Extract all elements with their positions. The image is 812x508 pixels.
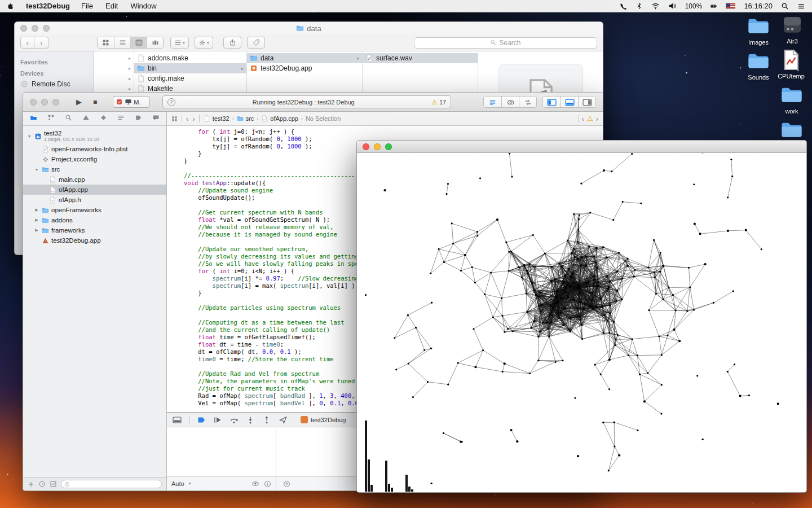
project-navigator[interactable]: ▼test321 target, OS X SDK 10.10openFrame… bbox=[23, 126, 166, 477]
forward-button[interactable]: › bbox=[34, 37, 48, 49]
zoom-button[interactable] bbox=[385, 143, 392, 150]
spotlight-icon[interactable] bbox=[781, 2, 789, 10]
input-flag-icon[interactable] bbox=[726, 3, 735, 9]
disclosure-triangle[interactable]: ▶ bbox=[34, 218, 39, 222]
related-items-icon[interactable] bbox=[171, 116, 178, 122]
navigator-item-openframeworks-info-plist[interactable]: openFrameworks-Info.plist bbox=[23, 144, 166, 154]
action-button[interactable]: ▾ bbox=[195, 37, 213, 49]
desktop-icon-sounds[interactable]: Sounds bbox=[740, 50, 777, 81]
finder-item-config-make[interactable]: config.make bbox=[134, 73, 246, 84]
finder-item-item[interactable]: ▸ bbox=[94, 73, 134, 84]
debug-area-toggle[interactable] bbox=[561, 97, 578, 108]
next-issue-button[interactable]: › bbox=[596, 115, 598, 123]
variables-scope-popup[interactable]: Auto bbox=[171, 480, 184, 487]
navigator-tab-report[interactable] bbox=[152, 113, 160, 124]
menu-file[interactable]: File bbox=[81, 2, 93, 10]
navigator-item-test32[interactable]: ▼test321 target, OS X SDK 10.10 bbox=[23, 128, 166, 144]
list-view[interactable] bbox=[114, 37, 130, 48]
recent-files-icon[interactable] bbox=[38, 480, 46, 488]
disclosure-triangle[interactable]: ▶ bbox=[34, 228, 39, 233]
navigator-item-main-cpp[interactable]: c++main.cpp bbox=[23, 174, 166, 185]
continue-button[interactable] bbox=[213, 415, 222, 424]
active-app-menu[interactable]: test32Debug bbox=[26, 2, 70, 10]
standard-editor-button[interactable] bbox=[484, 97, 501, 108]
finder-item-item[interactable]: ▸ bbox=[94, 63, 134, 73]
version-editor-button[interactable] bbox=[519, 97, 536, 108]
variables-view[interactable] bbox=[167, 427, 276, 476]
navigator-tab-find[interactable] bbox=[65, 113, 72, 124]
navigator-item-ofapp-h[interactable]: hofApp.h bbox=[23, 195, 166, 205]
navigator-filter-field[interactable] bbox=[61, 480, 162, 488]
icon-view[interactable] bbox=[98, 37, 114, 48]
menu-edit[interactable]: Edit bbox=[105, 2, 118, 10]
navigator-tab-issue[interactable] bbox=[82, 113, 90, 124]
menu-window[interactable]: Window bbox=[130, 2, 156, 10]
navigator-item-frameworks[interactable]: ▶frameworks bbox=[23, 225, 166, 235]
app-titlebar[interactable] bbox=[357, 141, 806, 153]
finder-item-data[interactable]: data▸ bbox=[247, 53, 362, 63]
desktop-icon-air3[interactable]: Air3 bbox=[774, 14, 811, 45]
disclosure-triangle[interactable]: ▶ bbox=[34, 208, 39, 212]
console-filter-icon[interactable] bbox=[283, 480, 290, 488]
breadcrumb-item-src[interactable]: src bbox=[237, 115, 254, 122]
xcode-toolbar[interactable]: ▶ ■ M. 2 Running test32Debug : test32 De… bbox=[23, 93, 603, 112]
finder-item-surface-wav[interactable]: surface.wav bbox=[363, 53, 478, 63]
breakpoint-activate-button[interactable] bbox=[197, 415, 206, 424]
navigator-item-src[interactable]: ▼src bbox=[23, 164, 166, 174]
desktop-icon-item[interactable] bbox=[773, 119, 810, 143]
desktop-icon-images[interactable]: Images bbox=[740, 15, 777, 46]
editor-forward-button[interactable]: › bbox=[192, 115, 195, 123]
battery-icon[interactable] bbox=[710, 5, 717, 8]
navigator-tab-project[interactable] bbox=[30, 113, 37, 124]
navigator-item-addons[interactable]: ▶addons bbox=[23, 215, 166, 225]
menu-clock[interactable]: 16:16:20 bbox=[744, 2, 773, 10]
hide-debug-area-button[interactable] bbox=[173, 417, 182, 423]
navigator-item-ofapp-cpp[interactable]: c++ofApp.cpp bbox=[23, 185, 166, 195]
share-button[interactable] bbox=[223, 37, 241, 49]
notification-center-icon[interactable] bbox=[797, 2, 805, 10]
close-button[interactable] bbox=[30, 99, 37, 106]
scm-filter-icon[interactable] bbox=[50, 480, 57, 488]
run-button[interactable]: ▶ bbox=[76, 98, 82, 106]
scheme-selector[interactable]: M. bbox=[113, 96, 150, 108]
close-button[interactable] bbox=[363, 143, 369, 150]
zoom-button[interactable] bbox=[52, 99, 59, 106]
close-button[interactable] bbox=[20, 25, 27, 32]
navigator-item-project-xcconfig[interactable]: Project.xcconfig bbox=[23, 154, 166, 164]
desktop-icon-cputemp[interactable]: CPUtemp bbox=[773, 49, 810, 80]
simulate-location-button[interactable] bbox=[279, 415, 288, 424]
arrange-button[interactable]: ▾ bbox=[170, 37, 189, 49]
navigator-item-openframeworks[interactable]: ▶openFrameworks bbox=[23, 205, 166, 215]
assistant-editor-button[interactable] bbox=[501, 97, 519, 108]
editor-back-button[interactable]: ‹ bbox=[186, 115, 188, 123]
breadcrumb-item-test32[interactable]: test32 bbox=[204, 115, 230, 122]
step-into-button[interactable] bbox=[246, 415, 255, 424]
desktop-icon-work[interactable]: work bbox=[773, 84, 810, 115]
minimize-button[interactable] bbox=[41, 99, 48, 106]
info-icon[interactable] bbox=[264, 480, 271, 488]
prev-issue-button[interactable]: ‹ bbox=[582, 115, 584, 123]
zoom-button[interactable] bbox=[43, 25, 50, 32]
finder-item-test32debug-app[interactable]: test32Debug.app bbox=[247, 63, 362, 73]
sidebar-item-remote-disc[interactable]: Remote Disc bbox=[15, 78, 93, 90]
finder-item-item[interactable]: ▸ bbox=[94, 53, 134, 63]
finder-item-bin[interactable]: bin▸ bbox=[134, 63, 246, 73]
finder-titlebar[interactable]: data bbox=[15, 22, 603, 34]
minimize-button[interactable] bbox=[374, 143, 381, 150]
navigator-tab-breakpoint[interactable] bbox=[135, 113, 142, 124]
wifi-icon[interactable] bbox=[651, 2, 660, 10]
add-button[interactable] bbox=[28, 481, 34, 488]
navigator-toggle[interactable] bbox=[543, 97, 561, 108]
warning-count[interactable]: ⚠ 17 bbox=[431, 99, 446, 106]
search-field[interactable]: Search bbox=[414, 37, 597, 49]
back-button[interactable]: ‹ bbox=[20, 37, 34, 49]
volume-icon[interactable] bbox=[668, 2, 677, 10]
disclosure-triangle[interactable]: ▼ bbox=[34, 168, 39, 172]
finder-item-addons-make[interactable]: addons.make bbox=[134, 53, 246, 63]
minimize-button[interactable] bbox=[32, 25, 38, 32]
tags-button[interactable] bbox=[247, 37, 265, 49]
navigator-item-test32debug-app[interactable]: test32Debug.app bbox=[23, 235, 166, 246]
phone-icon[interactable] bbox=[619, 2, 627, 10]
step-out-button[interactable] bbox=[262, 415, 271, 424]
utilities-toggle[interactable] bbox=[578, 97, 595, 108]
